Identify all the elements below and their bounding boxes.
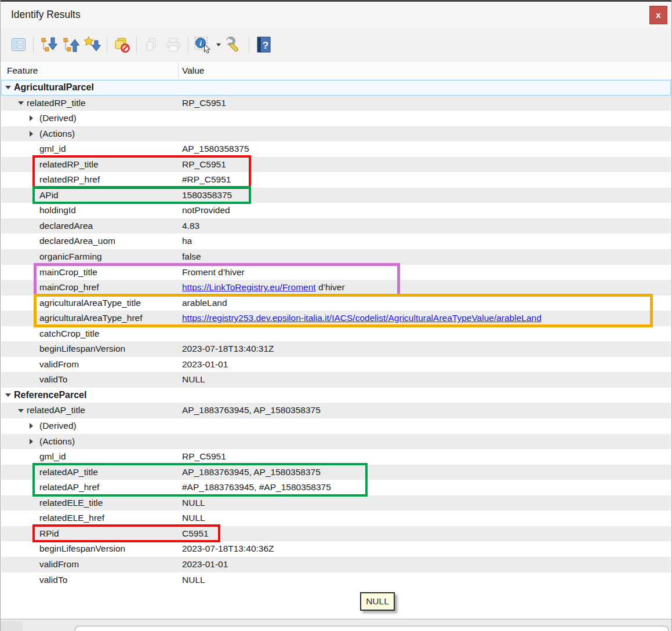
feature-name: declaredArea_uom — [39, 234, 115, 249]
feature-name: agriculturalAreaType_href — [39, 311, 143, 326]
feature-name: (Actions) — [39, 434, 75, 450]
value-link[interactable]: https://LinkToRegistry.eu/Froment — [182, 282, 316, 292]
tree-row[interactable]: ReferenceParcel — [1, 388, 671, 403]
tree-row[interactable]: relatedELE_hrefNULL — [1, 510, 671, 526]
feature-value: AP_1580358375 — [182, 141, 249, 157]
column-divider[interactable] — [178, 63, 179, 78]
titlebar[interactable]: Identify Results x — [1, 2, 671, 28]
tree-row[interactable]: AgriculturalParcel — [1, 80, 671, 96]
tree-row[interactable]: (Actions) — [1, 126, 671, 142]
toolbar-separator — [33, 37, 34, 53]
identify-mode-button[interactable]: i — [192, 34, 214, 56]
clear-results-button[interactable] — [111, 34, 133, 56]
feature-value: https://registry253.dev.epsilon-italia.i… — [182, 311, 542, 326]
tree-row[interactable]: gml_idAP_1580358375 — [1, 141, 671, 157]
tree-row[interactable]: relatedRP_titleRP_C5951 — [1, 96, 671, 111]
feature-name: relatedAP_href — [39, 480, 99, 495]
tree-row[interactable]: (Actions) — [1, 434, 671, 450]
collapsed-arrow-icon[interactable] — [30, 115, 33, 121]
tree-row[interactable]: relatedRP_href#RP_C5951 — [1, 172, 671, 188]
feature-value: 2023-07-18T13:40:36Z — [182, 541, 274, 557]
tree-row[interactable]: relatedRP_titleRP_C5951 — [1, 157, 671, 173]
feature-name: validFrom — [39, 557, 79, 572]
tree-row[interactable]: relatedAP_titleAP_1883763945, AP_1580358… — [1, 465, 671, 480]
feature-value: NULL — [182, 572, 205, 588]
feature-value: ha — [182, 234, 192, 249]
tree-row[interactable]: mainCrop_titleFroment d’hiver — [1, 265, 671, 280]
feature-name: catchCrop_title — [39, 326, 99, 342]
tree-row[interactable]: organicFarmingfalse — [1, 249, 671, 265]
null-tooltip: NULL — [360, 592, 395, 611]
feature-name: relatedRP_href — [39, 172, 100, 188]
svg-text:i: i — [199, 38, 202, 47]
tree-row[interactable]: validFrom2023-01-01 — [1, 357, 671, 373]
feature-name: validTo — [39, 572, 67, 588]
feature-name: relatedAP_title — [39, 465, 98, 480]
tree-row[interactable]: validFrom2023-01-01 — [1, 557, 671, 572]
tree-row[interactable]: relatedAP_titleAP_1883763945, AP_1580358… — [1, 403, 671, 418]
tree-row[interactable]: (Derived) — [1, 111, 671, 126]
mode-combobox-top[interactable] — [75, 626, 669, 631]
feature-name: (Derived) — [39, 111, 77, 126]
identify-settings-button[interactable] — [223, 34, 245, 56]
expanded-arrow-icon[interactable] — [5, 393, 11, 397]
feature-value: 4.83 — [182, 218, 199, 234]
feature-name: gml_id — [39, 141, 66, 157]
tree-row[interactable]: declaredArea4.83 — [1, 218, 671, 234]
form-view-button[interactable] — [8, 34, 30, 56]
feature-value: https://LinkToRegistry.eu/Froment d’hive… — [182, 280, 345, 296]
toolbar-separator — [136, 37, 137, 53]
expanded-arrow-icon[interactable] — [18, 409, 24, 413]
tree-row[interactable]: validToNULL — [1, 372, 671, 388]
feature-name: beginLifespanVersion — [39, 541, 125, 557]
tree-row[interactable]: agriculturalAreaType_titlearableLand — [1, 296, 671, 311]
tree-row[interactable]: relatedELE_titleNULL — [1, 495, 671, 511]
tree-row[interactable]: beginLifespanVersion2023-07-18T13:40:36Z — [1, 541, 671, 557]
value-link[interactable]: https://registry253.dev.epsilon-italia.i… — [182, 313, 542, 323]
feature-name: holdingId — [39, 203, 76, 218]
value-column-header[interactable]: Value — [182, 61, 205, 80]
tree-row[interactable]: declaredArea_uomha — [1, 234, 671, 249]
feature-value: 2023-07-18T13:40:31Z — [182, 341, 274, 357]
feature-name: gml_id — [39, 449, 66, 465]
tree-row[interactable]: catchCrop_title — [1, 326, 671, 342]
tree-row[interactable]: RPidC5951 — [1, 526, 671, 542]
expand-tree-icon — [39, 35, 57, 54]
feature-name: relatedRP_title — [39, 157, 99, 173]
close-button[interactable]: x — [649, 6, 667, 24]
tree-row[interactable]: agriculturalAreaType_hrefhttps://registr… — [1, 311, 671, 326]
tree-row[interactable]: beginLifespanVersion2023-07-18T13:40:31Z — [1, 341, 671, 357]
tree-row[interactable]: relatedAP_href#AP_1883763945, #AP_158035… — [1, 480, 671, 495]
feature-value: notProvided — [182, 203, 230, 218]
expand-new-results-button[interactable] — [81, 34, 103, 56]
feature-name: APid — [39, 188, 59, 203]
help-icon: ? — [255, 35, 273, 54]
tree-row[interactable]: (Derived) — [1, 418, 671, 434]
results-tree: AgriculturalParcelrelatedRP_titleRP_C595… — [1, 80, 671, 588]
copy-feature-button[interactable] — [140, 34, 162, 56]
collapsed-arrow-icon[interactable] — [30, 423, 33, 429]
tree-row[interactable]: gml_idRP_C5951 — [1, 449, 671, 465]
tree-row[interactable]: holdingIdnotProvided — [1, 203, 671, 218]
feature-value: C5951 — [182, 526, 209, 542]
help-button[interactable]: ? — [253, 34, 275, 56]
collapsed-arrow-icon[interactable] — [30, 439, 33, 444]
feature-name: relatedELE_title — [39, 495, 103, 511]
print-button[interactable] — [162, 34, 184, 56]
identify-mode-dropdown-button[interactable] — [214, 34, 223, 56]
tree-row[interactable]: validToNULL — [1, 572, 671, 588]
window-title: Identify Results — [1, 9, 81, 21]
expanded-arrow-icon[interactable] — [5, 86, 11, 89]
collapsed-arrow-icon[interactable] — [30, 131, 33, 137]
expand-tree-button[interactable] — [37, 34, 59, 56]
feature-column-header[interactable]: Feature — [7, 61, 38, 80]
collapse-tree-button[interactable] — [59, 34, 81, 56]
expanded-arrow-icon[interactable] — [18, 101, 24, 105]
feature-value: arableLand — [182, 296, 227, 311]
feature-value: RP_C5951 — [182, 96, 226, 111]
feature-name: AgriculturalParcel — [14, 80, 94, 96]
tree-row[interactable]: mainCrop_hrefhttps://LinkToRegistry.eu/F… — [1, 280, 671, 296]
feature-value: NULL — [182, 372, 205, 388]
feature-name: RPid — [39, 526, 59, 542]
tree-row[interactable]: APid1580358375 — [1, 188, 671, 203]
